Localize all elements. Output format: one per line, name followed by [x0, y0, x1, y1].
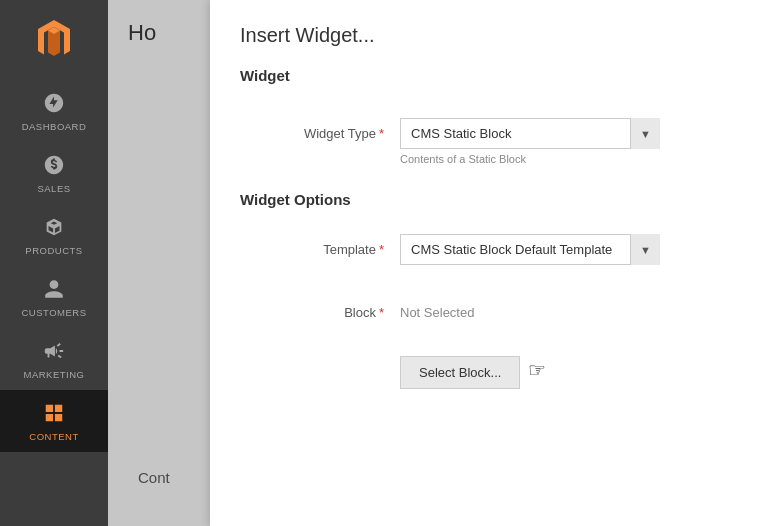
- customers-label: CUSTOMERS: [21, 307, 86, 318]
- sidebar-item-customers[interactable]: CUSTOMERS: [0, 266, 108, 328]
- widget-type-label: Widget Type*: [240, 118, 400, 141]
- sidebar-item-sales[interactable]: SALES: [0, 142, 108, 204]
- block-label: Block*: [240, 297, 400, 320]
- dollar-icon: [43, 154, 65, 178]
- widget-type-row: Widget Type* CMS Static Block ▼ Contents…: [240, 112, 750, 171]
- modal-overlay: Insert Widget... Widget Widget Type* CMS…: [108, 0, 780, 526]
- template-required-star: *: [379, 242, 384, 257]
- select-block-container: Select Block... ☞: [400, 352, 750, 389]
- widget-type-helper: Contents of a Static Block: [400, 153, 750, 165]
- sales-label: SALES: [37, 183, 70, 194]
- dashboard-label: DASHBOARD: [22, 121, 87, 132]
- block-value: Not Selected: [400, 297, 750, 320]
- block-row: Block* Not Selected: [240, 291, 750, 326]
- sidebar-item-content[interactable]: CONTENT: [0, 390, 108, 452]
- template-field: CMS Static Block Default Template ▼: [400, 234, 750, 265]
- widget-type-select-wrapper[interactable]: CMS Static Block ▼: [400, 118, 660, 149]
- block-required-star: *: [379, 305, 384, 320]
- template-label: Template*: [240, 234, 400, 257]
- widget-section: Widget Widget Type* CMS Static Block ▼ C…: [240, 67, 750, 171]
- magento-logo: [30, 16, 78, 64]
- cursor-pointer-icon: ☞: [528, 358, 546, 382]
- modal-title: Insert Widget...: [240, 24, 750, 47]
- widget-type-select[interactable]: CMS Static Block: [400, 118, 660, 149]
- main-area: Ho Cont Insert Widget... Widget Widget T…: [108, 0, 780, 526]
- select-block-row: Select Block... ☞: [240, 346, 750, 395]
- megaphone-icon: [43, 340, 65, 364]
- template-select-wrapper[interactable]: CMS Static Block Default Template ▼: [400, 234, 660, 265]
- logo-container: [0, 0, 108, 80]
- insert-widget-modal: Insert Widget... Widget Widget Type* CMS…: [210, 0, 780, 526]
- content-label: CONTENT: [29, 431, 78, 442]
- widget-options-title: Widget Options: [240, 191, 750, 208]
- widget-section-title: Widget: [240, 67, 750, 92]
- box-icon: [43, 216, 65, 240]
- sidebar-item-marketing[interactable]: MARKETING: [0, 328, 108, 390]
- block-field: Not Selected: [400, 297, 750, 320]
- grid-icon: [43, 402, 65, 426]
- marketing-label: MARKETING: [24, 369, 85, 380]
- template-select[interactable]: CMS Static Block Default Template: [400, 234, 660, 265]
- widget-options-section: Widget Options Template* CMS Static Bloc…: [240, 191, 750, 395]
- widget-type-field: CMS Static Block ▼ Contents of a Static …: [400, 118, 750, 165]
- products-label: PRODUCTS: [25, 245, 82, 256]
- person-icon: [43, 278, 65, 302]
- sidebar-item-products[interactable]: PRODUCTS: [0, 204, 108, 266]
- required-star: *: [379, 126, 384, 141]
- sidebar-item-dashboard[interactable]: DASHBOARD: [0, 80, 108, 142]
- template-row: Template* CMS Static Block Default Templ…: [240, 228, 750, 271]
- sidebar: DASHBOARD SALES PRODUCTS CUSTOMERS MARKE…: [0, 0, 108, 526]
- speedometer-icon: [43, 92, 65, 116]
- select-block-button[interactable]: Select Block...: [400, 356, 520, 389]
